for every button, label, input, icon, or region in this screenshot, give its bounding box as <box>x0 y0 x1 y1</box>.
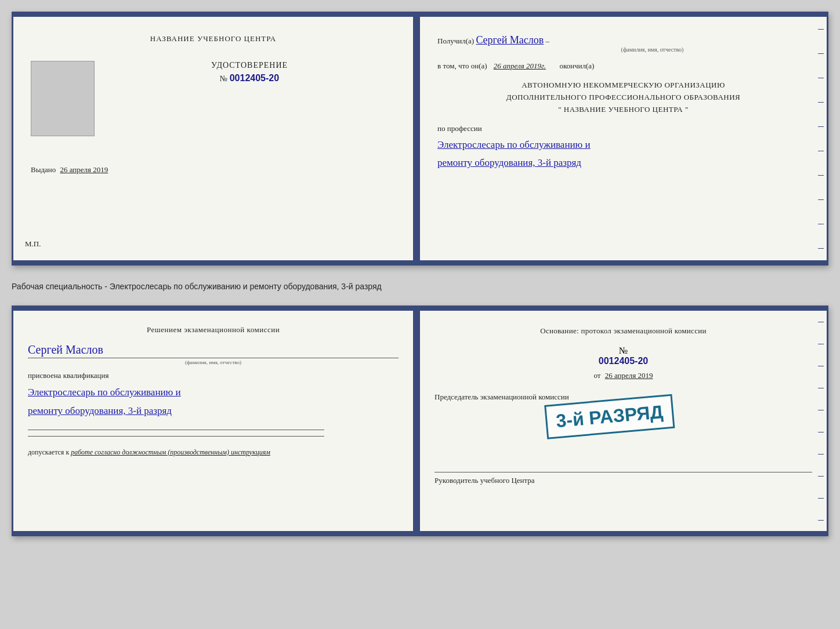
fio-subtitle: (фамилия, имя, отчество) <box>495 46 809 53</box>
deco2-line-1 <box>818 322 824 322</box>
stamp-text: 3-й РАЗРЯД <box>555 401 664 431</box>
ot-line: от 26 апреля 2019 <box>435 371 812 380</box>
deco2-line-3 <box>818 366 824 366</box>
page-container: НАЗВАНИЕ УЧЕБНОГО ЦЕНТРА УДОСТОВЕРЕНИЕ №… <box>12 12 828 536</box>
deco2-line-2 <box>818 344 824 344</box>
mp-label: М.П. <box>25 239 41 249</box>
dopuskaetsya-label: допускается к <box>28 448 69 456</box>
deco-line-7 <box>818 175 824 176</box>
profession-value: Электрослесарь по обслуживанию и ремонту… <box>437 136 809 172</box>
vydano-line: Выдано 26 апреля 2019 <box>31 165 396 174</box>
deco2-line-5 <box>818 410 824 410</box>
number-prefix: № <box>220 74 227 83</box>
deco2-line-7 <box>818 454 824 455</box>
ot-prefix: от <box>593 371 600 380</box>
signature-line-2 <box>28 436 324 437</box>
resheniem-header: Решением экзаменационной комиссии <box>28 325 399 335</box>
deco-line-6 <box>818 151 824 151</box>
rukovoditel-block: Руководитель учебного Центра <box>435 472 812 486</box>
org-line-2: ДОПОЛНИТЕЛЬНОГО ПРОФЕССИОНАЛЬНОГО ОБРАЗО… <box>437 92 809 104</box>
deco2-line-6 <box>818 432 824 432</box>
deco-line-2 <box>818 53 824 54</box>
certificate-book-2: Решением экзаменационной комиссии Сергей… <box>12 306 828 536</box>
book2-right-page: 3-й РАЗРЯД Основание: протокол экзаменац… <box>420 311 827 531</box>
osnovanie-header: Основание: протокол экзаменационной коми… <box>435 325 812 337</box>
profession-line-1: Электрослесарь по обслуживанию и <box>437 139 591 150</box>
deco-line-8 <box>818 199 824 200</box>
vtom-date: 26 апреля 2019г. <box>494 61 546 70</box>
ot-date: 26 апреля 2019 <box>605 371 653 380</box>
rukovoditel-label: Руководитель учебного Центра <box>435 472 812 486</box>
udostoverenie-label: УДОСТОВЕРЕНИЕ <box>103 61 396 70</box>
right-side-decoration <box>818 17 825 260</box>
deco-line-10 <box>818 248 824 249</box>
recipient-name: Сергей Маслов <box>476 34 544 46</box>
prisvoena-label: присвоена квалификация <box>28 371 399 380</box>
protocol-prefix: № <box>619 346 628 355</box>
udostoverenie-text: УДОСТОВЕРЕНИЕ № 0012405-20 <box>103 61 396 83</box>
deco-line-4 <box>818 102 824 103</box>
deco2-line-4 <box>818 388 824 388</box>
book-bottom-border <box>13 260 827 264</box>
dash-separator: – <box>546 37 550 45</box>
deco2-line-9 <box>818 498 824 499</box>
protocol-number-line: № 0012405-20 <box>435 346 812 366</box>
person-name-block: Сергей Маслов (фамилия, имя, отчество) <box>28 343 399 365</box>
qual-line-1: Электрослесарь по обслуживанию и <box>28 387 181 398</box>
book1-left-page: НАЗВАНИЕ УЧЕБНОГО ЦЕНТРА УДОСТОВЕРЕНИЕ №… <box>13 17 420 260</box>
fio-subtitle-2: (фамилия, имя, отчество) <box>28 359 399 365</box>
book2-left-page: Решением экзаменационной комиссии Сергей… <box>13 311 420 531</box>
dopuskaetsya-section: допускается к работе согласно должностны… <box>28 448 399 457</box>
left-header: НАЗВАНИЕ УЧЕБНОГО ЦЕНТРА <box>31 34 396 43</box>
vtom-label: в том, что он(а) <box>437 61 487 70</box>
certificate-book-1: НАЗВАНИЕ УЧЕБНОГО ЦЕНТРА УДОСТОВЕРЕНИЕ №… <box>12 12 828 266</box>
org-line-3: " НАЗВАНИЕ УЧЕБНОГО ЦЕНТРА " <box>437 104 809 116</box>
photo-placeholder <box>31 61 95 136</box>
vydano-label: Выдано <box>31 165 56 174</box>
person-name-cursive: Сергей Маслов <box>28 343 399 358</box>
org-line-1: АВТОНОМНУЮ НЕКОММЕРЧЕСКУЮ ОРГАНИЗАЦИЮ <box>437 79 809 92</box>
dopusk-value: работе согласно должностным (производств… <box>71 448 270 456</box>
between-section: Рабочая специальность - Электрослесарь п… <box>12 277 828 294</box>
received-line: Получил(а) Сергей Маслов – (фамилия, имя… <box>437 34 809 53</box>
okonchil-label: окончил(а) <box>559 61 594 70</box>
deco-line-5 <box>818 126 824 127</box>
cert-number: 0012405-20 <box>230 73 279 83</box>
deco-line-1 <box>818 29 824 30</box>
poluchil-label: Получил(а) <box>437 37 474 45</box>
right-side-decoration-2 <box>818 311 825 531</box>
deco2-line-10 <box>818 520 824 521</box>
qual-line-2: ремонту оборудования, 3-й разряд <box>28 405 172 416</box>
vydano-date: 26 апреля 2019 <box>60 165 108 174</box>
book2-bottom-border <box>13 531 827 535</box>
organization-block: АВТОНОМНУЮ НЕКОММЕРЧЕСКУЮ ОРГАНИЗАЦИЮ ДО… <box>437 79 809 115</box>
qualification-value: Электрослесарь по обслуживанию и ремонту… <box>28 383 399 421</box>
protocol-number: 0012405-20 <box>435 356 812 366</box>
deco2-line-8 <box>818 476 824 477</box>
udostoverenie-section: УДОСТОВЕРЕНИЕ № 0012405-20 <box>31 61 396 136</box>
vtom-line: в том, что он(а) 26 апреля 2019г. окончи… <box>437 61 809 71</box>
book1-right-page: Получил(а) Сергей Маслов – (фамилия, имя… <box>420 17 827 260</box>
cert-number-line: № 0012405-20 <box>103 73 396 83</box>
po-professii-label: по профессии <box>437 124 809 133</box>
deco-line-9 <box>818 224 824 224</box>
deco-line-3 <box>818 78 824 78</box>
signature-line-1 <box>28 430 324 430</box>
profession-line-2: ремонту оборудования, 3-й разряд <box>437 157 581 168</box>
